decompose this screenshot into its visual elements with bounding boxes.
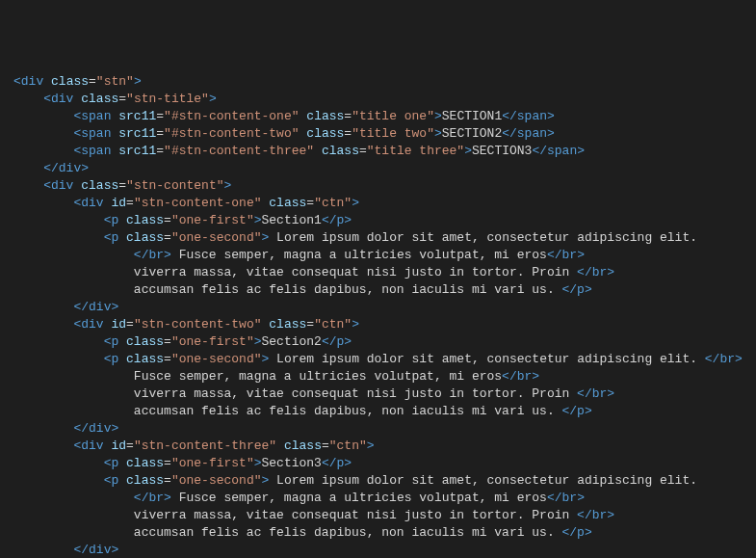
code-line[interactable]: accumsan felis ac felis dapibus, non iac… <box>0 281 756 299</box>
code-line[interactable]: <span src11="#stn-content-two" class="ti… <box>0 125 756 143</box>
code-line[interactable]: <p class="one-first">Section3</p> <box>0 455 756 472</box>
code-line[interactable]: accumsan felis ac felis dapibus, non iac… <box>0 524 756 542</box>
code-line[interactable]: <div id="stn-content-three" class="ctn"> <box>0 438 756 455</box>
code-line[interactable]: viverra massa, vitae consequat nisi just… <box>0 264 756 281</box>
code-line[interactable]: <p class="one-first">Section2</p> <box>0 333 756 351</box>
code-line[interactable]: Fusce semper, magna a ultricies volutpat… <box>0 368 756 385</box>
code-line[interactable]: </br> Fusce semper, magna a ultricies vo… <box>0 247 756 264</box>
code-line[interactable]: viverra massa, vitae consequat nisi just… <box>0 507 756 524</box>
code-line[interactable]: <div class="stn-content"> <box>0 177 756 195</box>
code-line[interactable]: <p class="one-second"> Lorem ipsum dolor… <box>0 229 756 247</box>
code-line[interactable]: <p class="one-second"> Lorem ipsum dolor… <box>0 472 756 490</box>
code-line[interactable]: </div> <box>0 420 756 438</box>
code-editor[interactable]: <div class="stn"> <div class="stn-title"… <box>0 73 756 558</box>
code-line[interactable]: <span src11="#stn-content-one" class="ti… <box>0 108 756 125</box>
code-line[interactable]: <p class="one-second"> Lorem ipsum dolor… <box>0 351 756 368</box>
code-line[interactable]: </div> <box>0 160 756 177</box>
code-line[interactable]: </br> Fusce semper, magna a ultricies vo… <box>0 490 756 507</box>
code-line[interactable]: <div class="stn"> <box>0 73 756 91</box>
code-line[interactable]: </div> <box>0 542 756 558</box>
code-line[interactable]: accumsan felis ac felis dapibus, non iac… <box>0 403 756 420</box>
code-line[interactable]: <p class="one-first">Section1</p> <box>0 212 756 229</box>
code-line[interactable]: <div id="stn-content-one" class="ctn"> <box>0 195 756 212</box>
code-line[interactable]: viverra massa, vitae consequat nisi just… <box>0 385 756 403</box>
code-line[interactable]: </div> <box>0 299 756 316</box>
code-line[interactable]: <div class="stn-title"> <box>0 91 756 108</box>
code-line[interactable]: <span src11="#stn-content-three" class="… <box>0 143 756 160</box>
code-line[interactable]: <div id="stn-content-two" class="ctn"> <box>0 316 756 333</box>
